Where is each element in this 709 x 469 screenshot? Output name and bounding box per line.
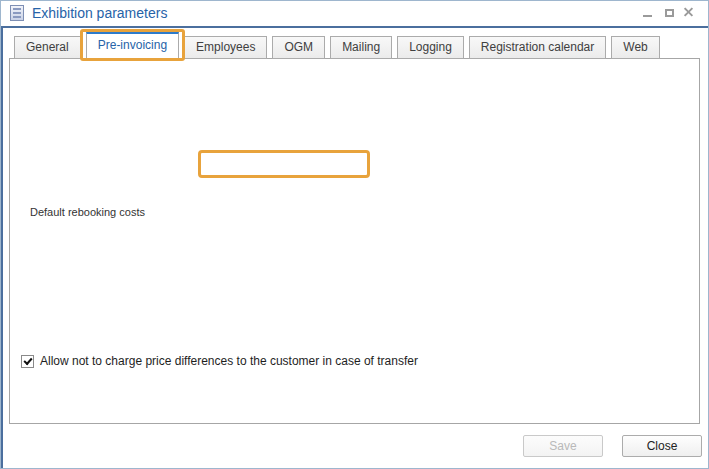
titlebar: Exhibition parameters [1, 1, 708, 26]
window-title: Exhibition parameters [32, 5, 167, 21]
maximize-icon[interactable] [661, 4, 678, 21]
form-icon [10, 5, 24, 21]
tab-pre-invoicing-wrap: Pre-invoicing [86, 32, 179, 59]
tab-pre-invoicing[interactable]: Pre-invoicing [86, 32, 179, 59]
tab-mailing[interactable]: Mailing [330, 36, 392, 59]
checkbox-box[interactable] [21, 355, 34, 368]
exhibition-parameters-dialog: Exhibition parameters General Pre-invoic… [0, 0, 709, 469]
tab-web[interactable]: Web [611, 36, 659, 59]
tab-content-panel [9, 58, 700, 424]
close-button[interactable]: Close [622, 435, 702, 457]
tab-logging[interactable]: Logging [397, 36, 464, 59]
save-button[interactable]: Save [523, 435, 603, 457]
transfer-checkbox-label: Allow not to charge price differences to… [40, 354, 418, 368]
tab-employees[interactable]: Employees [184, 36, 267, 59]
tab-general[interactable]: General [14, 36, 81, 59]
tab-bar: General Pre-invoicing Employees OGM Mail… [14, 32, 660, 59]
close-icon[interactable] [680, 4, 697, 21]
minimize-icon[interactable] [639, 4, 656, 21]
checkmark-icon [23, 355, 32, 364]
transfer-checkbox[interactable]: Allow not to charge price differences to… [21, 354, 424, 368]
rebooking-costs-group-title: Default rebooking costs [25, 206, 150, 218]
tab-registration-calendar[interactable]: Registration calendar [469, 36, 606, 59]
tab-ogm[interactable]: OGM [272, 36, 325, 59]
